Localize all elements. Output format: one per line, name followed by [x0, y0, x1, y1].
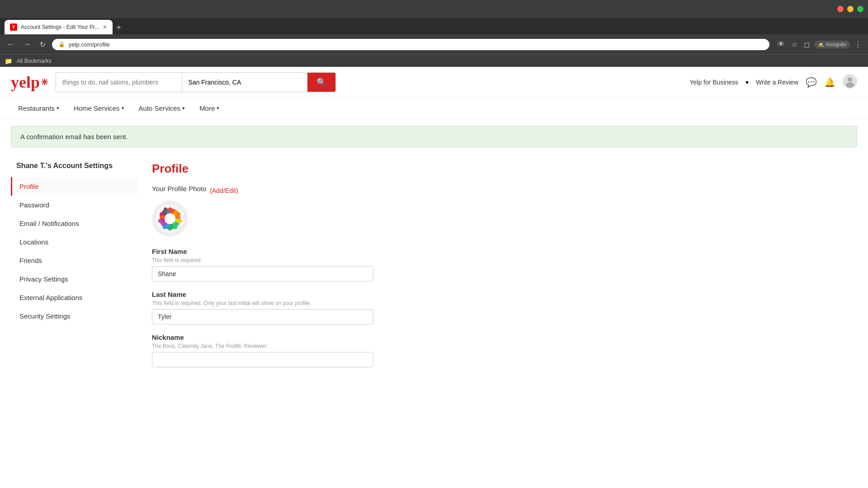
address-bar[interactable]: 🔒 yelp.com/profile	[52, 39, 769, 50]
svg-point-6	[177, 212, 180, 216]
window-close-btn[interactable]	[837, 6, 844, 12]
svg-point-4	[165, 213, 175, 224]
nav-auto-services-label: Auto Services	[139, 104, 181, 112]
profile-photo[interactable]	[152, 201, 188, 237]
nav-restaurants[interactable]: Restaurants ▾	[11, 98, 66, 118]
browser-tab-bar: Y Account Settings - Edit Your Pr... ✕ +	[0, 18, 868, 34]
browser-toolbar: ← → ↻ 🔒 yelp.com/profile 👁 ☆ ◻ 🕵 Incogni…	[0, 34, 868, 54]
user-avatar-btn[interactable]	[843, 74, 857, 91]
yelp-biz-chevron: ▾	[745, 79, 749, 86]
nav-auto-services[interactable]: Auto Services ▾	[132, 98, 193, 118]
new-tab-btn[interactable]: +	[113, 21, 125, 34]
search-input[interactable]	[56, 73, 182, 92]
last-name-input[interactable]	[152, 309, 373, 324]
sidebar-item-security-settings[interactable]: Security Settings	[11, 307, 137, 325]
incognito-badge: 🕵 Incognito	[814, 41, 850, 48]
confirmation-message: A confirmation email has been sent.	[20, 133, 128, 141]
back-btn[interactable]: ←	[5, 38, 17, 50]
nav-more-chevron: ▾	[217, 105, 219, 111]
svg-point-5	[168, 207, 172, 211]
photo-edit-link[interactable]: (Add/Edit)	[210, 187, 238, 194]
sidebar-account-title: Shane T.'s Account Settings	[11, 162, 137, 170]
user-avatar-icon	[843, 74, 857, 89]
tab-close-btn[interactable]: ✕	[103, 24, 107, 30]
search-btn[interactable]: 🔍	[307, 73, 335, 92]
svg-point-1	[848, 77, 852, 82]
svg-point-13	[164, 207, 167, 211]
nickname-hint: The Boss, Calamity Jane, The Prolific Re…	[152, 343, 857, 349]
main-content: Shane T.'s Account Settings Profile Pass…	[0, 155, 868, 384]
svg-point-9	[168, 227, 172, 230]
yelp-logo-star: ✳	[41, 77, 48, 88]
sidebar-item-friends[interactable]: Friends	[11, 251, 137, 270]
yelp-for-business-link[interactable]: Yelp for Business	[689, 79, 738, 86]
nickname-input[interactable]	[152, 352, 373, 367]
write-review-link[interactable]: Write a Review	[756, 79, 798, 86]
nav-home-services[interactable]: Home Services ▾	[66, 98, 132, 118]
profile-photo-icon	[154, 203, 186, 235]
all-bookmarks-link[interactable]: All Bookmarks	[14, 57, 54, 65]
browser-titlebar	[0, 0, 868, 18]
url-text: yelp.com/profile	[69, 41, 763, 48]
reload-btn[interactable]: ↻	[37, 38, 48, 51]
tab-favicon: Y	[10, 23, 17, 31]
extensions-icon[interactable]: ◻	[802, 38, 811, 51]
eye-off-icon[interactable]: 👁	[776, 38, 787, 50]
svg-point-8	[174, 225, 177, 229]
bookmarks-bar: 📁 All Bookmarks	[0, 54, 868, 67]
page-content: yelp ✳ 🔍 Yelp for Business ▾ Write a Rev…	[0, 67, 868, 384]
svg-point-2	[846, 82, 854, 88]
location-input[interactable]	[182, 73, 308, 92]
browser-tab-active[interactable]: Y Account Settings - Edit Your Pr... ✕	[5, 20, 113, 34]
browser-chrome: Y Account Settings - Edit Your Pr... ✕ +…	[0, 0, 868, 67]
forward-btn[interactable]: →	[21, 38, 33, 50]
nickname-group: Nickname The Boss, Calamity Jane, The Pr…	[152, 333, 857, 367]
sidebar-item-locations[interactable]: Locations	[11, 233, 137, 251]
bookmark-star-icon[interactable]: ☆	[789, 38, 799, 51]
svg-point-10	[163, 225, 166, 229]
incognito-icon: 🕵	[818, 42, 824, 47]
header-actions: Yelp for Business ▾ Write a Review 💬 🔔	[689, 74, 857, 91]
yelp-header: yelp ✳ 🔍 Yelp for Business ▾ Write a Rev…	[0, 67, 868, 98]
nav-home-services-label: Home Services	[74, 104, 120, 112]
search-container: 🔍	[56, 72, 336, 92]
yelp-logo[interactable]: yelp ✳	[11, 73, 48, 92]
nav-more-label: More	[199, 104, 215, 112]
last-name-group: Last Name This field is required. Only y…	[152, 291, 857, 324]
nav-auto-services-chevron: ▾	[182, 105, 185, 111]
sidebar-nav: Profile Password Email / Notifications L…	[11, 177, 137, 325]
lock-icon: 🔒	[58, 41, 65, 47]
incognito-label: Incognito	[826, 42, 846, 47]
nav-restaurants-chevron: ▾	[57, 105, 59, 111]
sidebar-item-external-applications[interactable]: External Applications	[11, 288, 137, 307]
notifications-icon[interactable]: 🔔	[824, 77, 835, 88]
confirmation-banner: A confirmation email has been sent.	[11, 126, 857, 147]
photo-label: Your Profile Photo	[152, 185, 206, 192]
nav-bar: Restaurants ▾ Home Services ▾ Auto Servi…	[0, 98, 868, 119]
profile-content: Profile Your Profile Photo (Add/Edit)	[152, 162, 857, 376]
svg-point-11	[158, 219, 162, 223]
more-options-btn[interactable]: ⋮	[853, 38, 863, 51]
yelp-logo-text: yelp	[11, 73, 40, 92]
sidebar-item-password[interactable]: Password	[11, 196, 137, 214]
sidebar-item-profile[interactable]: Profile	[11, 177, 137, 196]
tab-title: Account Settings - Edit Your Pr...	[21, 24, 99, 30]
nav-more[interactable]: More ▾	[192, 98, 226, 118]
nickname-label: Nickname	[152, 333, 857, 341]
sidebar-item-email-notifications[interactable]: Email / Notifications	[11, 214, 137, 233]
nav-restaurants-label: Restaurants	[18, 104, 55, 112]
svg-point-12	[160, 212, 163, 216]
window-minimize-btn[interactable]	[847, 6, 854, 12]
sidebar: Shane T.'s Account Settings Profile Pass…	[11, 162, 137, 376]
first-name-label: First Name	[152, 248, 857, 255]
messages-icon[interactable]: 💬	[806, 77, 817, 88]
svg-point-7	[178, 219, 182, 223]
profile-title: Profile	[152, 162, 857, 176]
window-maximize-btn[interactable]	[857, 6, 863, 12]
first-name-group: First Name This field is required.	[152, 248, 857, 282]
nav-home-services-chevron: ▾	[122, 105, 124, 111]
browser-actions: 👁 ☆ ◻ 🕵 Incognito ⋮	[776, 38, 863, 51]
sidebar-item-privacy-settings[interactable]: Privacy Settings	[11, 270, 137, 288]
photo-section: Your Profile Photo (Add/Edit)	[152, 185, 857, 237]
first-name-input[interactable]	[152, 266, 373, 282]
